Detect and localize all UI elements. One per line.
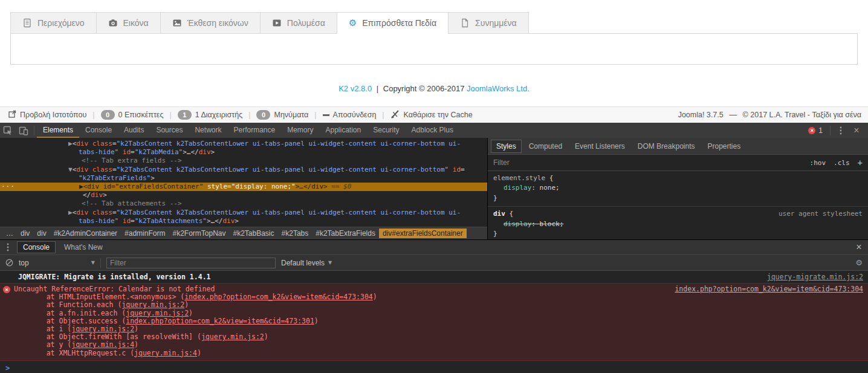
k2-tab-3[interactable]: Έκθεση εικόνων (160, 12, 261, 34)
breadcrumb-div[interactable]: div (33, 229, 50, 238)
tab-whats-new[interactable]: What's New (58, 241, 109, 253)
logout-label: Αποσύνδεση (333, 111, 377, 119)
tab-console[interactable]: Console (17, 241, 56, 253)
device-toolbar-icon[interactable] (16, 123, 31, 138)
joomlaworks-link[interactable]: JoomlaWorks Ltd. (467, 84, 530, 93)
devtools-tab-adblock-plus[interactable]: Adblock Plus (406, 123, 459, 138)
dom-tree-line-10[interactable]: tabs-hide" id="k2TabAttachments">…</div> (0, 217, 487, 225)
stack-source-link[interactable]: jquery.min.js:2 (201, 332, 264, 341)
k2-tab-6[interactable]: Συνημμένα (448, 12, 529, 34)
inspect-element-icon[interactable] (0, 123, 16, 138)
k2-tab-bar: ΠεριεχόμενοΕικόναΈκθεση εικόνωνΠολυμέσα⚙… (10, 12, 858, 34)
stack-source-link[interactable]: jquery.min.js:4 (71, 340, 134, 349)
console-settings-gear-icon[interactable]: ⚙ (855, 258, 863, 267)
style-rule-div[interactable]: user agent stylesheetdiv { display: bloc… (488, 207, 868, 239)
dom-tree-line-9[interactable]: ▶<div class="k2TabsContent k2TabsContent… (0, 209, 487, 217)
k2-tab-5[interactable]: ⚙Επιπρόσθετα Πεδία (337, 12, 449, 34)
devtools-tab-security[interactable]: Security (367, 123, 405, 138)
devtools-tab-network[interactable]: Network (189, 123, 227, 138)
breadcrumb-k2tabs[interactable]: #k2Tabs (278, 229, 313, 238)
new-style-rule-button[interactable]: + (858, 158, 863, 167)
devtools-tab-application[interactable]: Application (320, 123, 368, 138)
property-value: block; (540, 220, 564, 228)
style-rule-element-style[interactable]: element.style { display: none; } (488, 171, 868, 207)
console-log-row[interactable]: JQMIGRATE: Migrate is installed, version… (0, 271, 868, 284)
error-count: 1 (818, 126, 823, 135)
k2-tab-4[interactable]: Πολυμέσα (260, 12, 337, 34)
drawer-menu-icon[interactable] (0, 243, 16, 251)
stack-source-link[interactable]: index.php?option=com_k2&view=item&cid=47… (126, 317, 314, 325)
pseudo-state-toggle[interactable]: :hov (810, 159, 826, 167)
console-filter-input[interactable] (106, 258, 276, 268)
devtools-tab-audits[interactable]: Audits (118, 123, 150, 138)
view-site-button[interactable]: Προβολή Ιστοτόπου (8, 110, 86, 120)
log-source-link[interactable]: jquery-migrate.min.js:2 (767, 273, 863, 281)
dom-tree-line-5[interactable]: "k2TabExtraFields"> (0, 174, 487, 183)
logout-button[interactable]: Αποσύνδεση (323, 111, 377, 119)
dom-tree-line-7[interactable]: </div> (0, 191, 487, 199)
stack-source-link[interactable]: index.php?option=com_k2&view=item&cid=47… (184, 293, 373, 301)
console-prompt[interactable]: > (0, 361, 868, 373)
console-error-row[interactable]: × Uncaught ReferenceError: Calendar is n… (0, 284, 868, 361)
devtools-tab-performance[interactable]: Performance (227, 123, 281, 138)
sidebar-tab-dom-breakpoints[interactable]: DOM Breakpoints (632, 140, 701, 153)
devtools-toolbar: ElementsConsoleAuditsSourcesNetworkPerfo… (0, 123, 868, 138)
devtools-close-icon[interactable]: × (849, 125, 864, 136)
external-link-icon (8, 110, 16, 120)
console-messages: JQMIGRATE: Migrate is installed, version… (0, 271, 868, 373)
k2-tab-1[interactable]: Περιεχόμενο (10, 12, 97, 34)
execution-context-selector[interactable]: top ▼ (19, 259, 95, 267)
devtools-menu-icon[interactable] (833, 123, 849, 138)
css-property[interactable]: display: none; (493, 183, 863, 193)
visitors-item[interactable]: 0 0 Επισκέπτες (101, 110, 164, 120)
sidebar-tab-properties[interactable]: Properties (702, 140, 746, 153)
statusbar-separator: | (92, 111, 94, 119)
console-error-badge[interactable]: × 1 (808, 126, 823, 135)
sidebar-tab-styles[interactable]: Styles (491, 140, 522, 153)
dom-tree-line-4[interactable]: ▼<div class="k2TabsContent k2TabsContent… (0, 166, 487, 174)
css-property-overridden[interactable]: display: block; (493, 219, 863, 229)
stack-source-link[interactable]: jquery.min.js:2 (121, 300, 184, 309)
dom-tree-line-3[interactable]: <!-- Tab extra fields --> (0, 157, 487, 165)
stack-source-link[interactable]: jquery.min.js:2 (71, 325, 134, 333)
logout-icon (323, 114, 329, 116)
drawer-close-icon[interactable]: × (850, 242, 868, 253)
dom-tree-line-11[interactable]: </div> (0, 225, 487, 227)
breadcrumb-k2formtopnav[interactable]: #k2FormTopNav (169, 229, 229, 238)
document-lines-icon (22, 18, 32, 28)
breadcrumb-adminform[interactable]: #adminForm (121, 229, 169, 238)
dom-tree-line-8[interactable]: <!-- Tab attachements --> (0, 199, 487, 208)
breadcrumb-k2admincontainer[interactable]: #k2AdminContainer (50, 229, 121, 238)
rule-selector: div (493, 210, 505, 218)
rule-open-brace: { (549, 174, 554, 182)
devtools-tab-memory[interactable]: Memory (281, 123, 319, 138)
sidebar-tab-event-listeners[interactable]: Event Listeners (569, 140, 630, 153)
breadcrumb-div[interactable]: div (17, 229, 33, 238)
messages-item[interactable]: 0 Μηνύματα (256, 110, 308, 120)
devtools-tab-elements[interactable]: Elements (37, 123, 79, 138)
dom-tree-line-1[interactable]: ▶<div class="k2TabsContent k2TabsContent… (0, 140, 487, 148)
breadcrumb-k2tabbasic[interactable]: #k2TabBasic (229, 229, 277, 238)
breadcrumb-divextrafieldscontainer[interactable]: div#extraFieldsContainer (379, 229, 467, 238)
property-value: none; (540, 184, 560, 192)
k2-version-link[interactable]: K2 v2.8.0 (338, 84, 372, 93)
stack-source-link[interactable]: jquery.min.js:2 (126, 309, 189, 317)
k2-tab-label: Συνημμένα (475, 18, 517, 28)
devtools-tab-sources[interactable]: Sources (150, 123, 189, 138)
clear-cache-button[interactable]: Καθάρισε την Cache (390, 110, 473, 120)
log-levels-selector[interactable]: Default levels ▼ (281, 259, 332, 267)
dom-tree-line-6[interactable]: ···▶<div id="extraFieldsContainer" style… (0, 183, 487, 191)
error-source-link[interactable]: index.php?option=com_k2&view=item&cid=47… (675, 285, 863, 293)
dom-tree-line-2[interactable]: tabs-hide" id="k2TabMedia">…</div> (0, 148, 487, 157)
styles-filter-input[interactable]: Filter (493, 158, 810, 167)
devtools-tab-console[interactable]: Console (79, 123, 118, 138)
clear-console-icon[interactable] (5, 259, 13, 267)
stack-source-link[interactable]: jquery.min.js:4 (134, 349, 197, 357)
breadcrumb-k2tabextrafields[interactable]: #k2TabExtraFields (312, 229, 379, 238)
element-classes-toggle[interactable]: .cls (834, 159, 850, 167)
k2-tab-2[interactable]: Εικόνα (96, 12, 161, 34)
sidebar-tab-computed[interactable]: Computed (523, 140, 568, 153)
statusbar-separator: | (314, 111, 316, 119)
breadcrumb-[interactable]: … (2, 229, 17, 238)
admins-item[interactable]: 1 1 Διαχειριστής (178, 110, 243, 120)
